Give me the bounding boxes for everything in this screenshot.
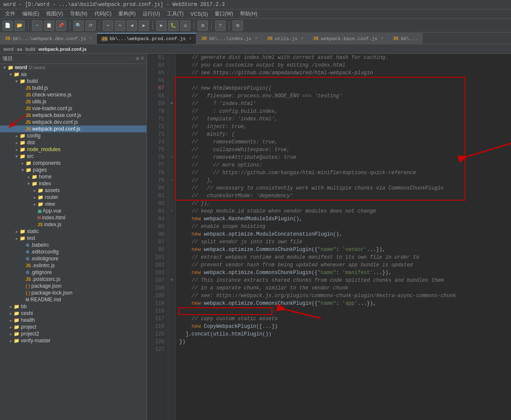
toolbar-sep5: [194, 21, 194, 30]
tab-webpack-dev[interactable]: JS bb\...\webpack.dev.conf.js ×: [0, 33, 97, 44]
tree-item-assets[interactable]: ▸ 📁 assets: [0, 187, 146, 194]
tree-item-editorconfig[interactable]: ▸ ⚙ .editorconfig: [0, 248, 146, 255]
tree-item-test[interactable]: ▸ 📁 test: [0, 235, 146, 242]
tab-close-icon[interactable]: ×: [381, 36, 383, 41]
toolbar-profile-btn[interactable]: ◎: [180, 20, 190, 31]
tree-item-router[interactable]: ▸ 📁 router: [0, 194, 146, 201]
menu-help[interactable]: 帮助(H): [237, 9, 261, 18]
tree-item-babelrc[interactable]: ▸ ⚙ .babelrc: [0, 242, 146, 248]
tab-index-js[interactable]: JS bb\...\index.js ×: [196, 33, 262, 44]
tree-item-eslintignore[interactable]: ▸ ⚙ .eslintignore: [0, 255, 146, 262]
tab-bb-more[interactable]: JS bb\...: [388, 33, 423, 44]
fold-btn-125[interactable]: ▼: [168, 277, 175, 283]
tree-item-webpack-base[interactable]: ▸ JS webpack.base.conf.js: [0, 112, 146, 119]
tree-item-project[interactable]: ▸ 📁 project: [0, 324, 146, 330]
tree-item-index-html[interactable]: ▸ H index.html: [0, 214, 146, 221]
tree-item-word-root[interactable]: ▼ 📁 word D:\word: [0, 64, 146, 71]
tree-item-home[interactable]: ▸ 📁 home: [0, 173, 146, 180]
toolbar-replace-btn[interactable]: ⟳: [85, 20, 96, 31]
tree-item-index-js[interactable]: ▸ JS index.js: [0, 221, 146, 228]
menu-run[interactable]: 运行(U): [139, 9, 164, 18]
tree-item-index[interactable]: ▼ 📁 index: [0, 180, 146, 187]
toolbar-new-btn[interactable]: 📄: [3, 20, 13, 31]
toolbar-nav-back-btn[interactable]: ◀: [127, 20, 137, 31]
tab-webpack-base[interactable]: JS webpack.base.conf.js ×: [308, 33, 388, 44]
tree-item-package-json[interactable]: ▸ { } package.json: [0, 283, 146, 289]
tree-item-webpack-dev[interactable]: ▸ JS webpack.dev.conf.js: [0, 119, 146, 125]
tree-label-eslintrc: .eslintrc.js: [32, 262, 55, 268]
code-lines[interactable]: // generate dist index.html with correct…: [176, 54, 511, 420]
tree-item-app-vue[interactable]: ▸ ▣ App.vue: [0, 207, 146, 214]
menu-code[interactable]: 代码(C): [91, 9, 115, 18]
tree-item-postcssrc[interactable]: ▸ JS .postcssrc.js: [0, 276, 146, 283]
code-line-108: // in a separate chunk, similar to the v…: [179, 284, 508, 292]
tree-item-verify-master[interactable]: ▸ 📁 verify-master: [0, 337, 146, 344]
tree-item-bb[interactable]: ▸ 📁 bb: [0, 303, 146, 310]
tree-item-static[interactable]: ▸ 📁 static: [0, 228, 146, 235]
menu-refactor[interactable]: 重构(R): [115, 9, 139, 18]
menu-tools[interactable]: 工具(T): [164, 9, 187, 18]
code-line-66: [179, 77, 508, 85]
tree-item-check-versions[interactable]: ▸ JS check-versions.js: [0, 91, 146, 98]
tree-item-utils-js[interactable]: ▸ JS utils.js: [0, 98, 146, 105]
tree-item-project2[interactable]: ▸ 📁 project2: [0, 330, 146, 337]
tree-settings-icon[interactable]: ⚙: [136, 55, 139, 62]
tab-close-icon[interactable]: ×: [301, 36, 304, 41]
bc-word[interactable]: word: [3, 47, 14, 52]
tree-item-vue-loader[interactable]: ▸ JS vue-loader.conf.js: [0, 105, 146, 112]
toolbar-cut-btn[interactable]: ✂: [32, 20, 42, 31]
tab-webpack-prod[interactable]: JS bb\...\webpack.prod.conf.js ×: [97, 33, 196, 44]
tree-item-build[interactable]: ▼ 📁 build: [0, 78, 146, 85]
menu-file[interactable]: 文件: [2, 9, 19, 18]
tree-item-eslintrc[interactable]: ▸ JS .eslintrc.js: [0, 262, 146, 269]
code-editor[interactable]: 61 64 65 66 67 68 69 70 71 72 73 74 75 7…: [147, 54, 511, 420]
menu-navigate[interactable]: 导航(N): [67, 9, 91, 18]
tree-item-components[interactable]: ▸ 📁 components: [0, 160, 146, 166]
tree-item-view[interactable]: ▸ 📁 view: [0, 201, 146, 207]
toolbar-copy-btn[interactable]: 📋: [44, 20, 54, 31]
tree-item-build-js[interactable]: ▸ JS build.js: [0, 85, 146, 91]
tab-close-icon[interactable]: ×: [255, 36, 257, 41]
toolbar-extra-btn[interactable]: ⊞: [233, 20, 243, 31]
bc-build[interactable]: build: [25, 47, 35, 52]
tab-utils[interactable]: JS utils.js ×: [262, 33, 308, 44]
menu-window[interactable]: 窗口(W): [211, 9, 237, 18]
toolbar-open-btn[interactable]: 📂: [15, 20, 25, 31]
toolbar-help-btn[interactable]: ?: [215, 20, 225, 31]
fold-btn-103[interactable]: +: [168, 177, 175, 184]
tab-close-icon[interactable]: ×: [90, 36, 92, 41]
fold-btn-88[interactable]: +: [168, 154, 175, 160]
tree-item-src[interactable]: ▼ 📁 src: [0, 153, 146, 160]
toolbar-search-btn[interactable]: 🔍: [73, 20, 84, 31]
tree-item-ceshi[interactable]: ▸ 📁 ceshi: [0, 310, 146, 317]
toolbar-nav-fwd-btn[interactable]: ▶: [139, 20, 149, 31]
toolbar-undo-btn[interactable]: ↩: [103, 20, 113, 31]
tab-close-icon[interactable]: ×: [189, 37, 192, 41]
toolbar-paste-btn[interactable]: 📌: [56, 20, 66, 31]
tree-item-package-lock[interactable]: ▸ { } package-lock.json: [0, 289, 146, 296]
tree-label-gitignore: .gitignore: [31, 269, 52, 275]
toolbar-terminal-btn[interactable]: ⊞: [198, 20, 208, 31]
fold-btn-110[interactable]: +: [168, 207, 175, 214]
tree-item-node-modules[interactable]: ▸ 📁 node_modules: [0, 146, 146, 153]
tree-label-word: word: [15, 64, 27, 70]
toolbar-redo-btn[interactable]: ↪: [115, 20, 125, 31]
bc-aa[interactable]: aa: [17, 47, 22, 52]
menu-vcs[interactable]: VCS(S): [187, 10, 211, 18]
tree-item-webpack-prod[interactable]: ▸ JS webpack.prod.conf.js: [0, 125, 146, 132]
toolbar-sep4: [152, 21, 153, 30]
fold-btn-67[interactable]: ▼: [168, 100, 175, 107]
toolbar-run-btn[interactable]: ▶: [156, 20, 166, 31]
tree-menu-icon[interactable]: ≡: [141, 55, 144, 62]
menu-view[interactable]: 视图(V): [43, 9, 67, 18]
tree-item-health[interactable]: ▸ 📁 health: [0, 317, 146, 324]
tree-item-config[interactable]: ▸ 📁 config: [0, 132, 146, 139]
tree-item-dist[interactable]: ▸ 📁 dist: [0, 139, 146, 146]
tree-item-gitignore[interactable]: ▸ ⚙ .gitignore: [0, 269, 146, 276]
tree-item-pages[interactable]: ▼ 📁 pages: [0, 166, 146, 173]
tree-item-aa[interactable]: ▼ 📁 aa: [0, 71, 146, 78]
toolbar-debug-btn[interactable]: 🐛: [168, 20, 178, 31]
menu-edit[interactable]: 编辑(E): [19, 9, 43, 18]
tree-item-readme[interactable]: ▸ M README.md: [0, 296, 146, 303]
tree-label-config: config: [27, 133, 41, 139]
